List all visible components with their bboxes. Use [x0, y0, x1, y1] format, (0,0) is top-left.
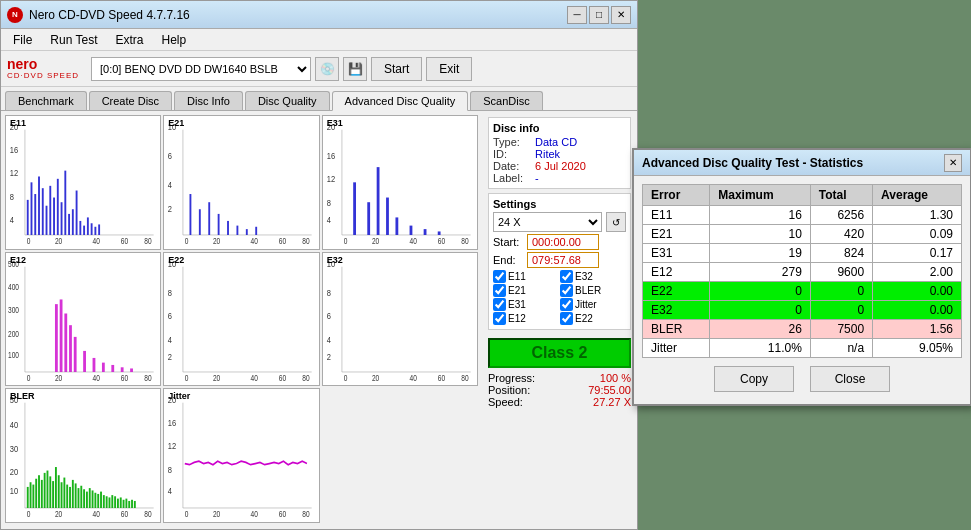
svg-text:20: 20 — [372, 373, 379, 383]
svg-text:16: 16 — [327, 150, 336, 161]
disc-info-title: Disc info — [493, 122, 626, 134]
end-value: 079:57.68 — [527, 252, 599, 268]
start-label: Start: — [493, 236, 523, 248]
speed-select[interactable]: 24 X — [493, 212, 602, 232]
cell-average: 0.00 — [873, 301, 962, 320]
save-button[interactable]: 💾 — [343, 57, 367, 81]
svg-text:80: 80 — [303, 373, 310, 383]
minimize-button[interactable]: ─ — [567, 6, 587, 24]
svg-rect-151 — [86, 492, 88, 508]
svg-rect-46 — [218, 214, 220, 235]
svg-rect-91 — [111, 365, 114, 372]
svg-rect-146 — [72, 480, 74, 508]
svg-rect-47 — [227, 221, 229, 235]
svg-rect-16 — [42, 188, 44, 235]
chart-jitter: Jitter 20 16 12 8 4 0 20 40 60 80 — [163, 388, 319, 523]
cell-maximum: 19 — [710, 244, 811, 263]
svg-rect-164 — [123, 500, 125, 508]
disc-info-date-row: Date: 6 Jul 2020 — [493, 160, 626, 172]
tab-create-disc[interactable]: Create Disc — [89, 91, 172, 110]
svg-rect-26 — [79, 221, 81, 235]
cell-maximum: 26 — [710, 320, 811, 339]
title-bar: N Nero CD-DVD Speed 4.7.7.16 ─ □ ✕ — [1, 1, 637, 29]
svg-text:30: 30 — [10, 443, 19, 454]
menu-bar: File Run Test Extra Help — [1, 29, 637, 51]
maximize-button[interactable]: □ — [589, 6, 609, 24]
svg-rect-89 — [93, 358, 96, 372]
menu-extra[interactable]: Extra — [107, 31, 151, 49]
svg-text:20: 20 — [55, 510, 62, 520]
svg-rect-156 — [100, 492, 102, 508]
svg-text:2: 2 — [168, 203, 172, 214]
svg-rect-48 — [237, 226, 239, 235]
cell-error: Jitter — [643, 339, 710, 358]
svg-rect-92 — [121, 367, 124, 372]
copy-button[interactable]: Copy — [714, 366, 794, 392]
tab-disc-info[interactable]: Disc Info — [174, 91, 243, 110]
cb-e12[interactable]: E12 — [493, 312, 559, 325]
svg-text:20: 20 — [55, 373, 62, 383]
cb-e21[interactable]: E21 — [493, 284, 559, 297]
speed-refresh-button[interactable]: ↺ — [606, 212, 626, 232]
svg-rect-158 — [106, 497, 108, 509]
svg-text:60: 60 — [121, 373, 128, 383]
chart-e11-label: E11 — [10, 118, 26, 128]
exit-button[interactable]: Exit — [426, 57, 472, 81]
svg-text:20: 20 — [213, 237, 220, 247]
cb-e31[interactable]: E31 — [493, 298, 559, 311]
cb-jitter[interactable]: Jitter — [560, 298, 626, 311]
svg-rect-22 — [64, 171, 66, 235]
cb-e11[interactable]: E11 — [493, 270, 559, 283]
svg-rect-133 — [35, 479, 37, 508]
svg-rect-44 — [199, 209, 201, 235]
table-row: BLER2675001.56 — [643, 320, 962, 339]
svg-text:60: 60 — [279, 373, 286, 383]
svg-rect-136 — [44, 473, 46, 508]
popup-close-btn[interactable]: Close — [810, 366, 890, 392]
chart-e31-label: E31 — [327, 118, 343, 128]
svg-text:4: 4 — [10, 214, 14, 225]
tab-scandisc[interactable]: ScanDisc — [470, 91, 542, 110]
svg-text:20: 20 — [213, 373, 220, 383]
table-row: E21104200.09 — [643, 225, 962, 244]
disc-info-label-row: Label: - — [493, 172, 626, 184]
menu-help[interactable]: Help — [154, 31, 195, 49]
svg-text:0: 0 — [27, 510, 31, 520]
cb-e32[interactable]: E32 — [560, 270, 626, 283]
svg-rect-65 — [376, 167, 379, 235]
cb-bler[interactable]: BLER — [560, 284, 626, 297]
menu-file[interactable]: File — [5, 31, 40, 49]
disc-icon-button[interactable]: 💿 — [315, 57, 339, 81]
col-average: Average — [873, 185, 962, 206]
app-icon: N — [7, 7, 23, 23]
window-close-button[interactable]: ✕ — [611, 6, 631, 24]
tab-disc-quality[interactable]: Disc Quality — [245, 91, 330, 110]
svg-rect-84 — [60, 299, 63, 372]
svg-text:0: 0 — [343, 237, 347, 247]
cell-average: 2.00 — [873, 263, 962, 282]
svg-rect-160 — [111, 495, 113, 508]
svg-text:60: 60 — [279, 237, 286, 247]
svg-text:300: 300 — [8, 305, 19, 315]
chart-e21-label: E21 — [168, 118, 184, 128]
popup-close-button[interactable]: ✕ — [944, 154, 962, 172]
svg-text:80: 80 — [461, 237, 468, 247]
svg-rect-134 — [38, 476, 40, 509]
chart-bler: BLER 50 40 30 20 10 0 20 40 60 80 — [5, 388, 161, 523]
cell-total: 0 — [810, 282, 872, 301]
tab-benchmark[interactable]: Benchmark — [5, 91, 87, 110]
cb-e22[interactable]: E22 — [560, 312, 626, 325]
drive-select[interactable]: [0:0] BENQ DVD DD DW1640 BSLB — [91, 57, 311, 81]
tab-advanced-disc-quality[interactable]: Advanced Disc Quality — [332, 91, 469, 111]
menu-run-test[interactable]: Run Test — [42, 31, 105, 49]
svg-rect-88 — [83, 351, 86, 372]
svg-text:8: 8 — [10, 191, 14, 202]
start-button[interactable]: Start — [371, 57, 422, 81]
svg-text:0: 0 — [27, 373, 31, 383]
svg-rect-144 — [66, 485, 68, 508]
progress-section: Progress: 100 % Position: 79:55.00 Speed… — [488, 372, 631, 408]
chart-e31: E31 20 16 12 8 4 0 20 40 60 80 — [322, 115, 478, 250]
tabs: Benchmark Create Disc Disc Info Disc Qua… — [1, 87, 637, 111]
svg-rect-168 — [134, 501, 136, 508]
svg-rect-19 — [53, 198, 55, 235]
